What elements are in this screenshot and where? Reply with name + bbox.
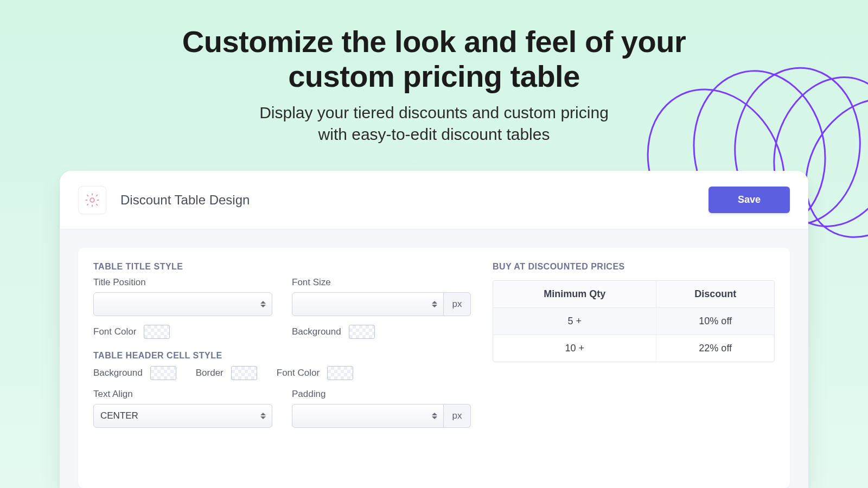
hero-subtitle: Display your tiered discounts and custom… <box>0 102 868 146</box>
table-row: 10 + 22% off <box>493 335 774 362</box>
label-hc-background: Background <box>93 368 143 378</box>
select-text-align[interactable]: CENTER <box>93 404 272 428</box>
cell-disc: 22% off <box>656 335 774 362</box>
label-font-size: Font Size <box>292 277 471 288</box>
label-title-position: Title Position <box>93 277 272 288</box>
color-swatch-hc-font-color[interactable] <box>327 366 353 380</box>
color-swatch-hc-background[interactable] <box>150 366 176 380</box>
select-text-align-value: CENTER <box>100 410 138 421</box>
color-swatch-hc-border[interactable] <box>231 366 257 380</box>
section-table-title-style: TABLE TITLE STYLE <box>93 262 471 272</box>
hero-subtitle-line1: Display your tiered discounts and custom… <box>259 104 609 121</box>
label-hc-border: Border <box>196 368 224 378</box>
label-background: Background <box>292 326 341 337</box>
cell-qty: 10 + <box>493 335 656 362</box>
unit-px: px <box>444 292 471 316</box>
select-title-position[interactable] <box>93 292 272 316</box>
svg-point-5 <box>90 198 94 202</box>
stepper-icon <box>431 300 438 309</box>
chevron-updown-icon <box>260 300 266 309</box>
cell-qty: 5 + <box>493 308 656 335</box>
unit-px: px <box>444 404 471 428</box>
preview-table: Minimum Qty Discount 5 + 10% off 10 + <box>493 280 775 362</box>
preview-col-disc: Discount <box>656 281 774 308</box>
hero-title: Customize the look and feel of your cust… <box>0 24 868 94</box>
label-padding: Padding <box>292 389 471 400</box>
settings-card: TABLE TITLE STYLE Title Position Font Si… <box>78 248 790 488</box>
input-font-size[interactable] <box>292 292 444 316</box>
label-text-align: Text Align <box>93 389 272 400</box>
label-hc-font-color: Font Color <box>277 368 320 378</box>
color-swatch-font-color[interactable] <box>144 325 170 339</box>
input-padding[interactable] <box>292 404 444 428</box>
titlebar: Discount Table Design Save <box>60 171 808 229</box>
save-button[interactable]: Save <box>709 187 790 213</box>
hero-title-line2: custom pricing table <box>288 59 580 93</box>
stepper-icon <box>431 412 438 420</box>
section-header-cell-style: TABLE HEADER CELL STYLE <box>93 351 471 361</box>
hero-title-line1: Customize the look and feel of your <box>182 24 686 59</box>
chevron-updown-icon <box>260 412 266 420</box>
app-window: Discount Table Design Save TABLE TITLE S… <box>60 171 808 488</box>
page-title: Discount Table Design <box>120 192 250 208</box>
color-swatch-background[interactable] <box>349 325 375 339</box>
gear-icon <box>78 186 106 214</box>
hero-copy: Customize the look and feel of your cust… <box>0 24 868 146</box>
preview-col-qty: Minimum Qty <box>493 281 656 308</box>
preview-title: BUY AT DISCOUNTED PRICES <box>493 262 775 272</box>
label-font-color: Font Color <box>93 326 136 337</box>
cell-disc: 10% off <box>656 308 774 335</box>
table-row: 5 + 10% off <box>493 308 774 335</box>
hero-subtitle-line2: with easy-to-edit discount tables <box>318 125 550 143</box>
